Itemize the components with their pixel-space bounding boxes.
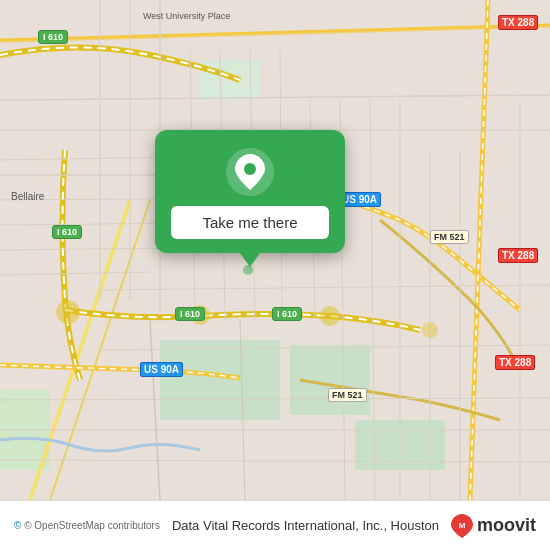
place-label-west-university: West University Place xyxy=(140,10,220,22)
road-label-fm521-s: FM 521 xyxy=(328,388,367,402)
bottom-bar: © © OpenStreetMap contributors Data Vita… xyxy=(0,500,550,550)
osm-text: © OpenStreetMap contributors xyxy=(24,520,160,531)
road-label-tx288-3: TX 288 xyxy=(495,355,535,370)
take-me-there-button[interactable]: Take me there xyxy=(171,206,329,239)
location-popup: Take me there xyxy=(155,130,345,253)
location-icon-wrap xyxy=(226,148,274,196)
road-label-i610-s2: I 610 xyxy=(272,307,302,321)
location-info: Data Vital Records International, Inc., … xyxy=(172,518,439,533)
road-label-i610-nw: I 610 xyxy=(38,30,68,44)
road-label-i610-w: I 610 xyxy=(52,225,82,239)
svg-text:M: M xyxy=(459,521,466,530)
place-label-bellaire: Bellaire xyxy=(8,190,47,203)
road-label-tx288-2: TX 288 xyxy=(498,248,538,263)
road-label-fm521-ne: FM 521 xyxy=(430,230,469,244)
moovit-brand: moovit xyxy=(477,515,536,536)
road-label-tx288: TX 288 xyxy=(498,15,538,30)
moovit-logo: M moovit xyxy=(451,514,536,538)
map-view[interactable]: I 610 I 610 I 610 I 610 US 90A US 90A TX… xyxy=(0,0,550,500)
svg-point-46 xyxy=(244,163,256,175)
road-label-us90a-s: US 90A xyxy=(140,362,183,377)
road-label-i610-s1: I 610 xyxy=(175,307,205,321)
svg-rect-1 xyxy=(160,340,280,420)
osm-attribution: © © OpenStreetMap contributors xyxy=(14,520,160,531)
svg-point-43 xyxy=(320,306,340,326)
moovit-icon: M xyxy=(451,514,473,538)
svg-point-41 xyxy=(56,300,80,324)
location-pin-icon xyxy=(235,154,265,190)
bottom-left: © © OpenStreetMap contributors xyxy=(14,520,160,531)
svg-point-44 xyxy=(422,322,438,338)
